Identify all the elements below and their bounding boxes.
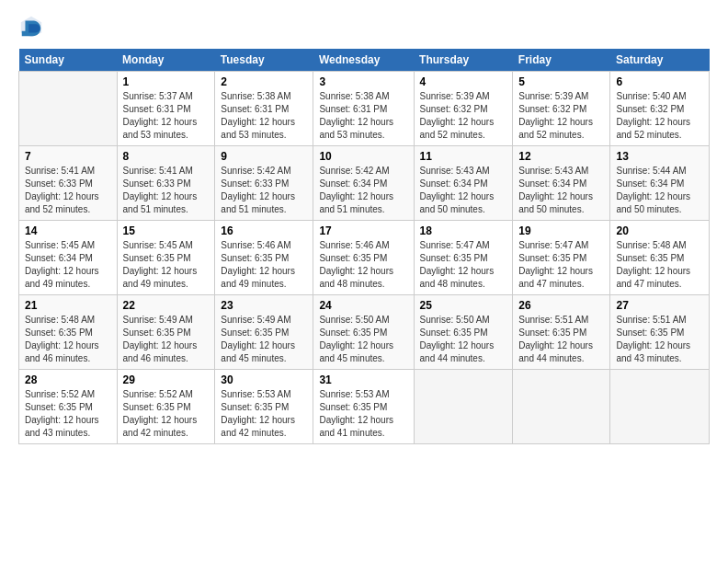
week-row-3: 21Sunrise: 5:48 AM Sunset: 6:35 PM Dayli… [19,295,710,370]
day-info: Sunrise: 5:45 AM Sunset: 6:35 PM Dayligh… [123,239,210,291]
day-number: 6 [616,75,703,88]
day-number: 17 [319,224,407,237]
day-info: Sunrise: 5:43 AM Sunset: 6:34 PM Dayligh… [518,165,604,216]
calendar-cell: 15Sunrise: 5:45 AM Sunset: 6:35 PM Dayli… [117,221,215,295]
day-number: 23 [221,299,307,312]
day-info: Sunrise: 5:41 AM Sunset: 6:33 PM Dayligh… [25,165,111,216]
day-info: Sunrise: 5:46 AM Sunset: 6:35 PM Dayligh… [319,239,407,291]
day-info: Sunrise: 5:40 AM Sunset: 6:32 PM Dayligh… [616,90,703,142]
day-number: 29 [123,373,210,386]
calendar-cell: 16Sunrise: 5:46 AM Sunset: 6:35 PM Dayli… [215,221,313,295]
day-number: 16 [221,224,307,237]
calendar-header-row: SundayMondayTuesdayWednesdayThursdayFrid… [19,49,710,72]
day-number: 27 [616,299,703,312]
day-number: 12 [518,150,604,163]
calendar-cell [414,370,513,444]
day-number: 11 [420,150,507,163]
day-number: 31 [319,373,407,386]
day-number: 30 [221,373,307,386]
col-header-monday: Monday [117,49,215,72]
day-number: 13 [616,150,703,163]
logo [18,14,48,40]
col-header-tuesday: Tuesday [215,49,313,72]
day-info: Sunrise: 5:42 AM Sunset: 6:33 PM Dayligh… [221,165,307,216]
day-number: 25 [420,299,507,312]
day-number: 14 [25,224,111,237]
day-info: Sunrise: 5:41 AM Sunset: 6:33 PM Dayligh… [123,165,210,216]
day-info: Sunrise: 5:47 AM Sunset: 6:35 PM Dayligh… [420,239,507,291]
day-info: Sunrise: 5:48 AM Sunset: 6:35 PM Dayligh… [25,314,111,365]
day-info: Sunrise: 5:53 AM Sunset: 6:35 PM Dayligh… [221,388,307,440]
day-info: Sunrise: 5:42 AM Sunset: 6:34 PM Dayligh… [319,165,407,216]
calendar-cell: 3Sunrise: 5:38 AM Sunset: 6:31 PM Daylig… [313,72,414,146]
calendar-cell: 18Sunrise: 5:47 AM Sunset: 6:35 PM Dayli… [414,221,513,295]
day-number: 24 [319,299,407,312]
calendar-cell: 19Sunrise: 5:47 AM Sunset: 6:35 PM Dayli… [513,221,610,295]
day-number: 18 [420,224,507,237]
day-info: Sunrise: 5:49 AM Sunset: 6:35 PM Dayligh… [123,314,210,365]
day-info: Sunrise: 5:39 AM Sunset: 6:32 PM Dayligh… [518,90,604,142]
day-number: 28 [25,373,111,386]
week-row-0: 1Sunrise: 5:37 AM Sunset: 6:31 PM Daylig… [19,72,710,146]
day-number: 10 [319,150,407,163]
day-info: Sunrise: 5:39 AM Sunset: 6:32 PM Dayligh… [420,90,507,142]
calendar-cell: 11Sunrise: 5:43 AM Sunset: 6:34 PM Dayli… [414,146,513,221]
calendar-cell: 6Sunrise: 5:40 AM Sunset: 6:32 PM Daylig… [610,72,710,146]
day-info: Sunrise: 5:37 AM Sunset: 6:31 PM Dayligh… [123,90,210,142]
day-info: Sunrise: 5:48 AM Sunset: 6:35 PM Dayligh… [616,239,703,291]
day-info: Sunrise: 5:52 AM Sunset: 6:35 PM Dayligh… [123,388,210,440]
calendar-cell: 20Sunrise: 5:48 AM Sunset: 6:35 PM Dayli… [610,221,710,295]
calendar-cell: 10Sunrise: 5:42 AM Sunset: 6:34 PM Dayli… [313,146,414,221]
day-number: 2 [221,75,307,88]
header [18,14,710,40]
calendar-cell: 17Sunrise: 5:46 AM Sunset: 6:35 PM Dayli… [313,221,414,295]
day-number: 3 [319,75,407,88]
calendar-cell: 24Sunrise: 5:50 AM Sunset: 6:35 PM Dayli… [313,295,414,370]
day-info: Sunrise: 5:44 AM Sunset: 6:34 PM Dayligh… [616,165,703,216]
calendar-cell: 8Sunrise: 5:41 AM Sunset: 6:33 PM Daylig… [117,146,215,221]
day-info: Sunrise: 5:50 AM Sunset: 6:35 PM Dayligh… [420,314,507,365]
calendar-cell: 27Sunrise: 5:51 AM Sunset: 6:35 PM Dayli… [610,295,710,370]
col-header-wednesday: Wednesday [313,49,414,72]
col-header-saturday: Saturday [610,49,710,72]
day-info: Sunrise: 5:53 AM Sunset: 6:35 PM Dayligh… [319,388,407,440]
calendar-cell: 13Sunrise: 5:44 AM Sunset: 6:34 PM Dayli… [610,146,710,221]
day-number: 26 [518,299,604,312]
calendar-cell: 21Sunrise: 5:48 AM Sunset: 6:35 PM Dayli… [19,295,118,370]
day-info: Sunrise: 5:38 AM Sunset: 6:31 PM Dayligh… [221,90,307,142]
calendar-cell: 28Sunrise: 5:52 AM Sunset: 6:35 PM Dayli… [19,370,118,444]
day-number: 22 [123,299,210,312]
calendar-cell [610,370,710,444]
calendar-cell: 25Sunrise: 5:50 AM Sunset: 6:35 PM Dayli… [414,295,513,370]
calendar-cell: 9Sunrise: 5:42 AM Sunset: 6:33 PM Daylig… [215,146,313,221]
calendar-cell [19,72,118,146]
calendar-cell: 1Sunrise: 5:37 AM Sunset: 6:31 PM Daylig… [117,72,215,146]
calendar-cell: 29Sunrise: 5:52 AM Sunset: 6:35 PM Dayli… [117,370,215,444]
day-number: 4 [420,75,507,88]
day-number: 8 [123,150,210,163]
day-info: Sunrise: 5:46 AM Sunset: 6:35 PM Dayligh… [221,239,307,291]
col-header-thursday: Thursday [414,49,513,72]
day-number: 20 [616,224,703,237]
day-info: Sunrise: 5:49 AM Sunset: 6:35 PM Dayligh… [221,314,307,365]
day-info: Sunrise: 5:38 AM Sunset: 6:31 PM Dayligh… [319,90,407,142]
calendar-cell: 22Sunrise: 5:49 AM Sunset: 6:35 PM Dayli… [117,295,215,370]
calendar-cell: 7Sunrise: 5:41 AM Sunset: 6:33 PM Daylig… [19,146,118,221]
week-row-1: 7Sunrise: 5:41 AM Sunset: 6:33 PM Daylig… [19,146,710,221]
calendar-cell: 30Sunrise: 5:53 AM Sunset: 6:35 PM Dayli… [215,370,313,444]
day-number: 21 [25,299,111,312]
week-row-2: 14Sunrise: 5:45 AM Sunset: 6:34 PM Dayli… [19,221,710,295]
day-number: 7 [25,150,111,163]
calendar-cell: 14Sunrise: 5:45 AM Sunset: 6:34 PM Dayli… [19,221,118,295]
calendar-cell: 23Sunrise: 5:49 AM Sunset: 6:35 PM Dayli… [215,295,313,370]
calendar-cell: 4Sunrise: 5:39 AM Sunset: 6:32 PM Daylig… [414,72,513,146]
day-info: Sunrise: 5:43 AM Sunset: 6:34 PM Dayligh… [420,165,507,216]
logo-icon [18,14,44,40]
day-number: 15 [123,224,210,237]
day-info: Sunrise: 5:50 AM Sunset: 6:35 PM Dayligh… [319,314,407,365]
week-row-4: 28Sunrise: 5:52 AM Sunset: 6:35 PM Dayli… [19,370,710,444]
calendar-cell [513,370,610,444]
col-header-friday: Friday [513,49,610,72]
calendar-cell: 5Sunrise: 5:39 AM Sunset: 6:32 PM Daylig… [513,72,610,146]
calendar-table: SundayMondayTuesdayWednesdayThursdayFrid… [18,49,710,444]
